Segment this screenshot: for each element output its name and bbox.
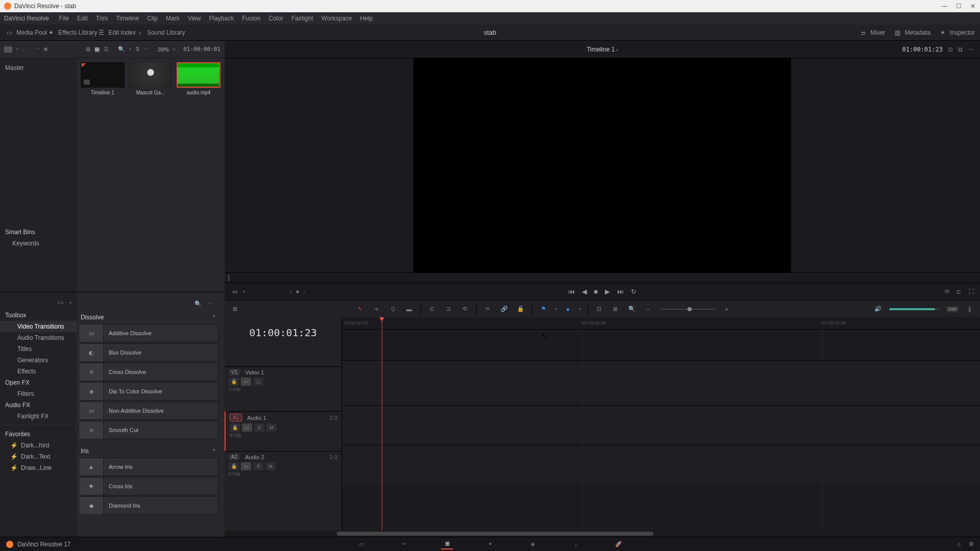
link-icon[interactable]: 🔗 (499, 304, 509, 314)
sort-icon[interactable]: ⇅ (135, 46, 140, 53)
fx-fav-item[interactable]: ⚡Dark...hird (0, 440, 77, 451)
mute-button[interactable]: M (266, 423, 277, 432)
page-media[interactable]: ▭ (355, 539, 368, 549)
fx-additive-dissolve[interactable]: ▭Additive Dissolve (79, 324, 218, 342)
bin-master[interactable]: Master (0, 62, 77, 73)
trim-tool-icon[interactable]: ⟛ (372, 304, 382, 314)
menu-clip[interactable]: Clip (143, 15, 162, 22)
collapse-icon[interactable]: ⌃ (212, 448, 216, 454)
timeline-scrollbar[interactable] (225, 531, 980, 537)
marker-icon[interactable]: ● (563, 304, 573, 314)
more-icon[interactable]: ⋯ (144, 46, 150, 53)
lock-icon[interactable]: 🔓 (229, 462, 239, 470)
jump-start-icon[interactable]: ⏮ (568, 288, 575, 295)
page-deliver[interactable]: 🚀 (612, 539, 625, 549)
track-index[interactable]: A2 (229, 454, 240, 460)
page-fusion[interactable]: ✦ (484, 539, 496, 549)
search-icon[interactable]: 🔍 (194, 300, 202, 307)
fx-cat-titles[interactable]: Titles (0, 343, 77, 355)
grid-view-icon[interactable]: ▦ (94, 46, 100, 53)
fx-cross-iris[interactable]: ✚Cross Iris (79, 477, 218, 495)
lock-icon[interactable]: 🔒 (516, 304, 526, 314)
track-lane-a2[interactable] (342, 445, 980, 485)
in-out-icon[interactable]: ⊏ (957, 288, 961, 295)
page-cut[interactable]: ✂ (398, 539, 410, 549)
mixer-tab[interactable]: ⚌ Mixer (859, 29, 885, 37)
close-button[interactable]: ✕ (970, 3, 976, 9)
fx-diamond-iris[interactable]: ◆Diamond Iris (79, 496, 218, 515)
fx-group-iris[interactable]: Iris ⌃ (79, 444, 218, 458)
zoom-value[interactable]: 39% (158, 46, 169, 53)
sound-library-tab[interactable]: ♪ Sound Library (136, 29, 185, 37)
razor-icon[interactable]: ✂ (483, 304, 493, 314)
fx-cat-toolbox[interactable]: Toolbox (0, 310, 77, 321)
fx-cross-dissolve[interactable]: |⤨Cross Dissolve (79, 363, 218, 381)
bin-view-icon[interactable] (4, 46, 12, 53)
lock-icon[interactable]: 🔓 (230, 423, 240, 432)
zoom-in-icon[interactable]: + (722, 304, 732, 314)
media-pool-tab[interactable]: ▭ Media Pool (5, 29, 47, 37)
zoom-fit-icon[interactable]: ⊡ (594, 304, 604, 314)
zoom-out-icon[interactable]: − (643, 304, 653, 314)
loop-icon[interactable]: ↻ (631, 288, 636, 295)
chevron-down-icon[interactable]: ▾ (579, 307, 581, 311)
menu-color[interactable]: Color (264, 15, 287, 22)
fx-favorites-header[interactable]: Favorites (0, 429, 77, 440)
playhead[interactable] (382, 317, 382, 531)
fx-cat-audiofx[interactable]: Audio FX (0, 399, 77, 411)
play-icon[interactable]: ▶ (605, 288, 610, 295)
timeline-ruler[interactable]: 01:00:00:00 01:00:08:00 01:00:16:00 (342, 317, 980, 330)
zoom-slider[interactable] (659, 309, 716, 310)
fx-dip-dissolve[interactable]: ◈Dip To Color Dissolve (79, 382, 218, 400)
edit-index-tab[interactable]: ☰ Edit Index (97, 29, 136, 37)
nav-back-icon[interactable]: ‹ (22, 46, 24, 53)
track-header-a1[interactable]: A1 Audio 1 2.0 🔓 ▭ S M 0 Clip (225, 411, 341, 451)
track-index[interactable]: A1 (230, 414, 242, 421)
fx-smooth-cut[interactable]: ⤨Smooth Cut (79, 421, 218, 439)
page-fairlight[interactable]: ♪ (570, 539, 582, 549)
home-icon[interactable]: ⌂ (957, 541, 961, 547)
fx-fav-item[interactable]: ⚡Dark...Text (0, 451, 77, 462)
stop-icon[interactable]: ■ (594, 288, 598, 295)
maximize-button[interactable]: ☐ (955, 3, 962, 9)
detail-zoom-icon[interactable]: ⊞ (610, 304, 621, 314)
fx-nonadditive-dissolve[interactable]: ▭Non-Additive Dissolve (79, 402, 218, 420)
chevron-down-icon[interactable]: ▾ (129, 47, 131, 52)
auto-select-icon[interactable]: ▭ (241, 462, 251, 470)
dynamic-trim-icon[interactable]: ⟨⟩ (388, 304, 398, 314)
more-icon[interactable]: ⋯ (968, 46, 974, 53)
clip-video[interactable]: Mascot Ga... (129, 62, 173, 95)
menu-workspace[interactable]: Workspace (317, 15, 356, 22)
volume-slider[interactable] (889, 308, 940, 310)
minimize-button[interactable]: — (941, 3, 947, 9)
step-back-icon[interactable]: ◀ (582, 288, 587, 295)
thumb-view-icon[interactable]: ⊞ (86, 46, 90, 53)
menu-mark[interactable]: Mark (162, 15, 184, 22)
track-lane-v1[interactable] (342, 360, 980, 405)
auto-select-icon[interactable]: ▭ (242, 423, 252, 432)
metadata-tab[interactable]: ▤ Metadata (894, 29, 930, 37)
prev-edit-icon[interactable]: ‹ (290, 289, 292, 295)
timeline-name[interactable]: Timeline 1 (586, 46, 618, 53)
fx-group-dissolve[interactable]: Dissolve ⌃ (79, 311, 218, 324)
solo-button[interactable]: S (254, 423, 264, 432)
fx-blur-dissolve[interactable]: ◐Blur Dissolve (79, 343, 218, 362)
menu-edit[interactable]: Edit (73, 15, 92, 22)
insert-clip-icon[interactable]: ⊏ (427, 304, 437, 314)
menu-playback[interactable]: Playback (205, 15, 238, 22)
jump-end-icon[interactable]: ⏭ (617, 288, 624, 295)
chevron-down-icon[interactable]: ▾ (16, 47, 18, 52)
effects-library-tab[interactable]: ✦ Effects Library (47, 29, 97, 37)
page-color[interactable]: ◉ (527, 539, 539, 549)
fx-arrow-iris[interactable]: ▲Arrow Iris (79, 458, 218, 476)
clip-audio[interactable]: audio.mp4 (177, 62, 220, 95)
menu-davinci[interactable]: DaVinci Resolve (4, 15, 55, 22)
crop-icon[interactable]: ▭ (231, 288, 239, 296)
timecode-mode-icon[interactable]: ⊙ (948, 46, 953, 53)
mute-button[interactable]: M (265, 462, 276, 470)
menu-fusion[interactable]: Fusion (238, 15, 264, 22)
auto-select-icon[interactable]: ▭ (241, 378, 251, 386)
menu-view[interactable]: View (184, 15, 205, 22)
settings-icon[interactable]: ⚙ (969, 541, 974, 547)
overwrite-clip-icon[interactable]: ⊐ (444, 304, 454, 314)
